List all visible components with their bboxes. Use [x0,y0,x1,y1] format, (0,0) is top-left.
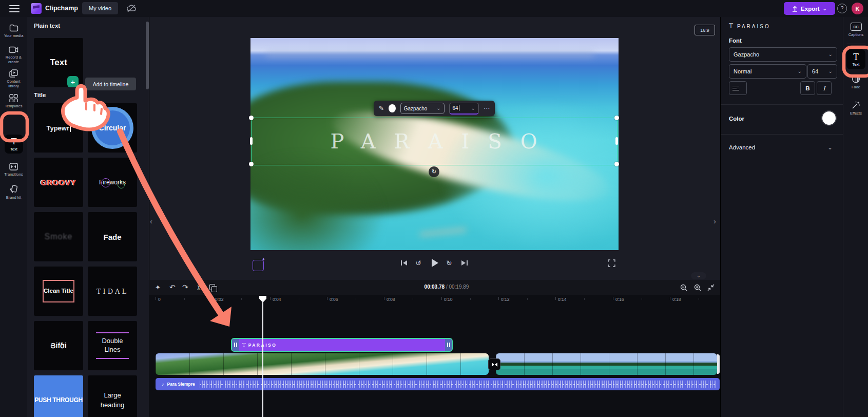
forward-5s-button[interactable]: ↻5 [446,259,452,267]
expand-right-panel-chevron[interactable]: › [713,217,716,225]
magic-tools-icon[interactable]: ✦ [155,283,161,291]
font-weight-value: Normal [734,68,751,74]
skip-to-start-button[interactable] [401,260,407,266]
font-family-value: Gazpacho [734,51,759,58]
add-to-timeline-button[interactable]: + [67,76,79,87]
title-tile-fireworks[interactable]: Fireworks [88,158,137,207]
italic-button[interactable]: I [817,81,832,95]
horizon-resorts [266,52,594,56]
more-options-icon[interactable]: ⋯ [484,105,490,112]
selection-handle-tr[interactable] [614,116,619,120]
text-align-button[interactable] [729,81,747,95]
transition-button[interactable] [488,358,500,370]
title-tile-groovy[interactable]: GROOVY [34,158,83,207]
transitions-icon [9,163,18,170]
selection-handle-br[interactable] [614,162,619,166]
ai-tool-icon[interactable]: ✦ [253,260,264,271]
avatar[interactable]: K [852,3,863,14]
text-color-swatch[interactable] [389,104,396,112]
project-title-tab[interactable]: My video [82,2,118,14]
ruler-label: 0:02 [215,297,224,302]
selection-handle-left[interactable] [250,137,253,145]
preview-text[interactable]: PARAISO [251,118,616,164]
zoom-in-icon[interactable] [694,284,701,291]
plain-text-heading: Plain text [34,23,60,29]
time-display: 00:03.78 / 00:19.89 [390,284,503,290]
title-tile-double-lines[interactable]: Double Lines [88,321,137,370]
pencil-icon[interactable]: ✎ [379,105,384,112]
timeline-audio-clip[interactable]: ♪ Para Siempre [156,378,720,390]
fullscreen-icon[interactable] [608,259,615,267]
text-icon: T [853,52,859,62]
sidebar-item-text[interactable]: T Text [5,135,23,154]
tile-label: PUSH THROUGH [34,396,83,404]
advanced-section-heading: Advanced [729,144,755,150]
title-tile-typewriter[interactable]: Typewr [34,103,83,153]
duplicate-icon[interactable] [209,284,215,290]
timeline-text-clip[interactable]: T PARAISO [231,338,453,352]
fade-icon [852,74,860,83]
export-button[interactable]: Export ⌄ [784,2,835,15]
collapse-timeline-button[interactable]: ⌄ [691,272,706,279]
sidebar-item-transitions[interactable]: Transitions [0,163,27,177]
fit-timeline-icon[interactable] [707,284,715,291]
font-section-heading: Font [729,37,742,44]
help-button[interactable]: ? [837,4,847,13]
rail-item-captions[interactable]: CC Captions [843,23,868,37]
aspect-ratio-badge[interactable]: 16:9 [695,25,715,35]
sidebar-item-record-create[interactable]: Record & create [0,46,27,65]
font-size-select[interactable]: 64 ⌄ [807,64,837,79]
title-tile-tidal[interactable]: TIDAL [88,267,137,316]
redo-icon[interactable]: ↷ [182,283,188,291]
rail-item-label: Captions [848,32,864,37]
title-tile-push-through[interactable]: PUSH THROUGH [34,375,83,417]
bold-button[interactable]: B [800,81,815,95]
selection-handle-bl[interactable] [249,162,254,166]
sidebar-item-label: Content library [3,79,25,89]
rail-item-label: Fade [852,85,860,89]
timeline-video-clip-2[interactable] [496,353,717,375]
hamburger-menu-icon[interactable] [9,5,20,12]
advanced-expand-chevron[interactable]: ⌄ [827,144,833,150]
rail-item-text[interactable]: T Text [846,49,865,69]
title-tile-fade[interactable]: Fade [88,212,137,261]
selection-handle-right[interactable] [615,137,618,145]
zoom-out-icon[interactable] [680,284,687,291]
font-family-select[interactable]: Gazpacho ⌄ [729,47,837,62]
sidebar-item-label: Your media [4,33,24,38]
playhead-line[interactable] [262,301,263,417]
selection-handle-tl[interactable] [249,116,254,120]
sidebar-item-brand-kit[interactable]: Brand kit [0,185,27,200]
undo-icon[interactable]: ↶ [169,283,176,291]
rewind-5s-button[interactable]: ↺5 [415,259,421,267]
play-button[interactable] [432,259,438,267]
sidebar-item-your-media[interactable]: Your media [0,24,27,38]
split-scissors-icon[interactable]: ✂ [195,285,203,290]
color-swatch[interactable] [821,110,837,126]
sidebar-item-content-library[interactable]: Content library [0,69,27,89]
rotate-handle[interactable]: ↻ [429,166,439,177]
library-icon [9,69,18,78]
font-size-input[interactable]: 64 ⌄ [449,103,479,115]
sidebar-item-templates[interactable]: Templates [0,94,27,108]
rail-item-effects[interactable]: Effects [843,101,868,116]
title-tile-smoke[interactable]: Smoke [34,212,83,261]
tile-label: Smoke [45,232,73,241]
collapse-left-panel-chevron[interactable]: ‹ [150,217,152,225]
five-label: 5 [418,261,419,264]
timeline-video-clip-1[interactable] [156,353,489,375]
clip-trim-handle-left[interactable] [232,339,239,351]
title-tile-large-heading[interactable]: Large heading [88,375,137,417]
skip-to-end-button[interactable] [461,260,468,266]
clip-trim-handle-right[interactable] [445,339,452,351]
title-tile-clean-title[interactable]: Clean Title [34,267,83,316]
text-clip-icon: T [242,342,246,348]
font-dropdown[interactable]: Gazpacho ⌄ [400,103,445,114]
title-tile-circular[interactable]: Circular [88,103,137,153]
tile-label: Typewr [46,124,69,132]
music-note-icon: ♪ [162,382,164,387]
rail-item-label: Effects [850,111,862,116]
rail-item-fade[interactable]: Fade [843,74,868,89]
font-weight-select[interactable]: Normal ⌄ [729,64,806,79]
title-tile-script[interactable]: Յifծi [34,321,83,370]
